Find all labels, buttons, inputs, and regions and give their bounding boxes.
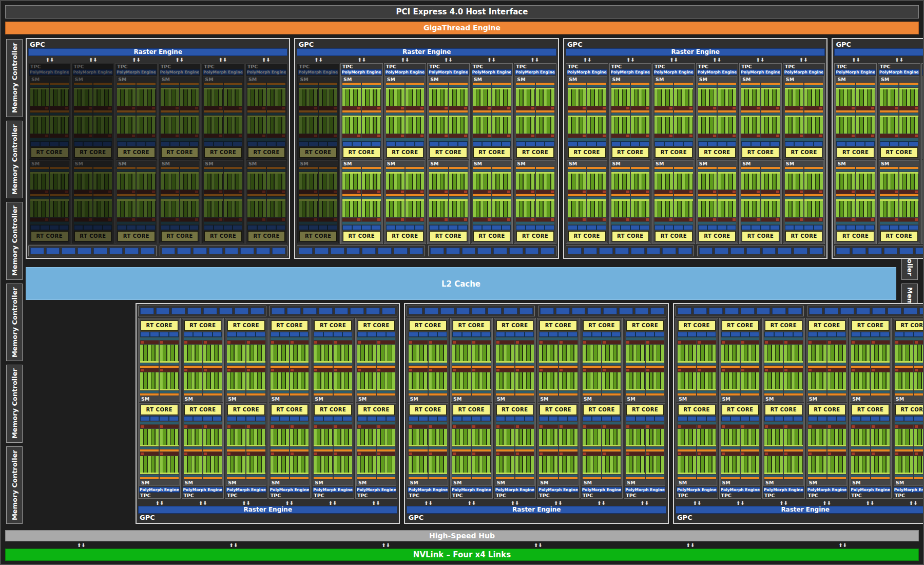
teal-bar — [386, 85, 405, 87]
tpc-block: TPCPolyMorph EngineSMRT CORESMRT CORE — [427, 63, 470, 244]
teal-bar — [377, 447, 395, 449]
teal-wide-bar — [678, 422, 716, 424]
red-square — [204, 425, 207, 428]
cuda-core-block — [761, 172, 780, 190]
teal-bar — [515, 391, 534, 393]
teal-bar — [899, 85, 918, 87]
teal-bar — [319, 85, 337, 87]
sm-unit: SMRT CORE — [922, 160, 924, 243]
maroon-bar — [342, 106, 361, 110]
orange-bar — [472, 449, 490, 451]
polymorph-engine-badge: PolyMorph Engine — [567, 69, 607, 75]
sm-label: SM — [429, 161, 468, 166]
cuda-core-block — [203, 345, 222, 363]
sm-label: SM — [894, 396, 924, 402]
maroon-bar — [334, 452, 352, 456]
raster-engine-bar: Raster Engine — [28, 48, 287, 56]
sm-unit: SMRT CORE — [183, 319, 223, 402]
sm-subcolumn — [473, 167, 491, 222]
sm-subcolumn — [761, 167, 780, 222]
orange-bar — [224, 194, 242, 196]
red-square — [65, 191, 68, 193]
maroon-bar — [587, 218, 606, 221]
teal-bar — [827, 447, 846, 449]
sm-subcolumn — [386, 83, 405, 138]
teal-wide-bar — [583, 337, 621, 340]
load-store-unit — [904, 332, 913, 336]
rop-unit — [319, 308, 333, 314]
teal-bar — [602, 475, 621, 477]
sm-subcolumn — [362, 167, 380, 222]
orange-bar — [247, 167, 266, 169]
orange-bar — [827, 477, 846, 479]
maroon-bar — [449, 106, 468, 110]
teal-bar — [314, 475, 332, 477]
sm-subcolumn — [203, 341, 222, 396]
memory-controller: Memory Controller — [6, 121, 23, 199]
sm-subcolumn — [449, 167, 468, 222]
load-store-unit — [765, 417, 774, 421]
teal-wide-bar — [386, 222, 425, 224]
orange-bar — [568, 83, 586, 85]
load-store-unit — [804, 142, 813, 146]
maroon-bar — [784, 341, 802, 344]
maroon-bar — [539, 368, 557, 372]
sm-core-columns — [625, 341, 665, 396]
teal-bar — [899, 113, 918, 115]
teal-wide-bar — [611, 222, 650, 224]
maroon-bar — [678, 452, 696, 456]
teal-bar — [247, 197, 266, 199]
red-square — [453, 425, 456, 428]
orange-bar — [180, 167, 199, 169]
maroon-bar — [184, 452, 202, 456]
red-square — [472, 453, 475, 455]
maroon-bar — [856, 106, 875, 110]
red-square — [669, 218, 672, 221]
teal-bar — [50, 85, 68, 87]
load-store-unit — [880, 142, 889, 146]
red-square — [358, 453, 361, 455]
maroon-bar — [536, 134, 554, 138]
maroon-bar — [429, 106, 448, 110]
load-store-unit — [568, 142, 577, 146]
maroon-bar — [568, 134, 586, 138]
maroon-bar — [473, 134, 491, 138]
maroon-bar — [626, 368, 644, 372]
polymorph-engine-badge: PolyMorph Engine — [408, 487, 448, 493]
sm-subcolumn — [899, 167, 918, 222]
cuda-core-block — [741, 172, 760, 190]
raster-engine-bar: Raster Engine — [566, 48, 825, 56]
red-square — [108, 191, 111, 193]
load-store-unit — [785, 142, 794, 146]
rop-unit — [572, 308, 586, 314]
teal-bar — [602, 391, 621, 393]
maroon-bar — [611, 106, 630, 110]
sm-label: SM — [538, 396, 578, 402]
cuda-core-block — [871, 429, 890, 447]
red-square — [464, 218, 467, 221]
sm-label: SM — [807, 396, 847, 402]
red-square — [895, 218, 898, 221]
teal-bar — [827, 475, 846, 477]
red-square — [358, 425, 361, 428]
sm-subcolumn — [880, 167, 898, 222]
tpc-label: TPC — [72, 64, 114, 69]
teal-bar — [678, 447, 696, 449]
sm-label: SM — [894, 480, 924, 485]
sm-unit: SMRT CORE — [29, 160, 70, 243]
sm-subcolumn — [271, 425, 289, 480]
sm-unit: SMRT CORE — [408, 319, 448, 402]
maroon-bar — [646, 341, 664, 344]
polymorph-engine-badge: PolyMorph Engine — [428, 69, 469, 75]
teal-bar — [334, 363, 352, 365]
maroon-bar — [718, 134, 736, 138]
teal-bar — [515, 475, 534, 477]
polymorph-engine-badge: PolyMorph Engine — [246, 69, 287, 75]
cuda-core-block — [899, 88, 918, 106]
raster-tpc-arrows: ⬆⬇⬆⬇⬆⬇⬆⬇⬆⬇⬆⬇ — [566, 56, 825, 63]
rt-core-block: RT CORE — [204, 147, 242, 158]
cuda-core-block — [299, 172, 317, 190]
down-arrow-icon: ⬇ — [645, 500, 649, 506]
gpc-row-bottom: GPCRaster Engine⬆⬇⬆⬇⬆⬇⬆⬇⬆⬇⬆⬇TPCPolyMorph… — [136, 303, 786, 524]
teal-bar — [761, 197, 780, 199]
